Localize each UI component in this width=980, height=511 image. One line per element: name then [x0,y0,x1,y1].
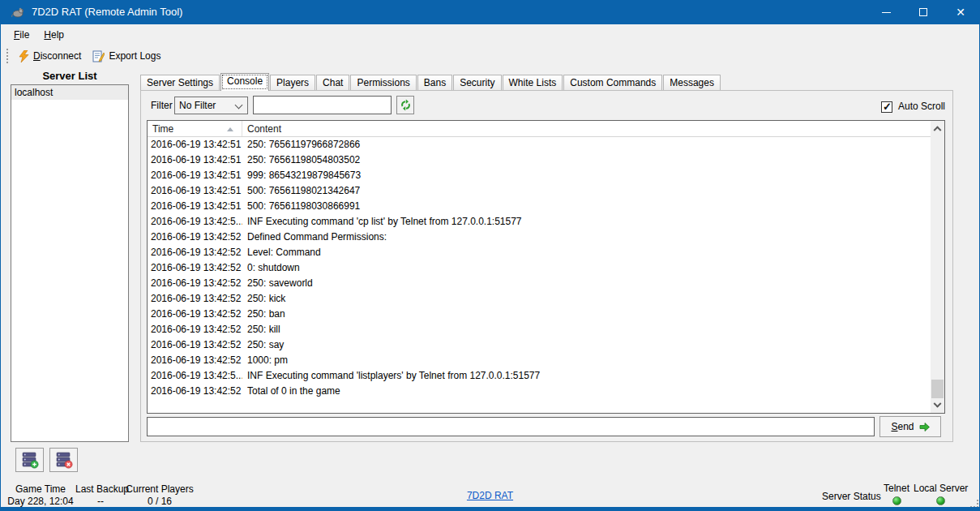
minimize-icon [882,12,891,13]
send-label: Send [891,421,914,432]
window-title: 7D2D RAT (Remote Admin Tool) [32,0,182,24]
scroll-up-button[interactable] [931,121,944,135]
server-list[interactable]: localhost [11,84,129,442]
chevron-up-icon [934,126,942,134]
filter-input[interactable] [253,96,392,114]
tab-players[interactable]: Players [270,75,315,90]
app-link[interactable]: 7D2D RAT [467,490,513,501]
tab-bans[interactable]: Bans [417,75,452,90]
console-row[interactable]: 2016-06-19 13:42:52250: ban [148,307,944,322]
tab-strip: Server SettingsConsolePlayersChatPermiss… [140,75,721,90]
server-list-title: Server List [11,70,129,82]
console-row[interactable]: 2016-06-19 13:42:521000: pm [148,353,944,368]
menu-bar: File Help [2,24,978,45]
server-status-label: Server Status [822,491,881,502]
console-row[interactable]: 2016-06-19 13:42:5...INF Executing comma… [148,214,944,230]
console-row[interactable]: 2016-06-19 13:42:52250: kill [148,322,944,337]
lightning-icon [19,50,29,62]
console-row[interactable]: 2016-06-19 13:42:52Defined Command Permi… [148,230,944,245]
tab-chat[interactable]: Chat [316,75,349,90]
close-button[interactable]: ✕ [942,0,979,24]
disconnect-button[interactable]: Disconnect [13,46,87,66]
telnet-led-icon [892,496,901,505]
export-log-icon [92,50,105,62]
tab-white-lists[interactable]: White Lists [503,75,563,90]
send-arrow-icon [919,422,930,432]
chevron-down-icon [235,101,243,110]
console-scrollbar[interactable] [931,121,944,413]
command-input[interactable] [147,417,875,436]
telnet-status: Telnet [880,483,913,505]
app-window: 7D2D RAT (Remote Admin Tool) ✕ File Help… [0,0,980,511]
title-bar[interactable]: 7D2D RAT (Remote Admin Tool) ✕ [1,0,979,24]
telnet-label: Telnet [880,483,913,495]
scrollbar-thumb[interactable] [931,380,944,398]
tab-messages[interactable]: Messages [663,75,721,90]
console-row[interactable]: 2016-06-19 13:42:51500: 7656119802134264… [148,183,944,199]
send-button[interactable]: Send [879,416,941,437]
maximize-icon [919,8,927,16]
filter-label: Filter [151,95,173,116]
resize-grip[interactable] [967,496,975,505]
chevron-down-icon [934,400,942,408]
console-row[interactable]: 2016-06-19 13:42:52250: say [148,337,944,353]
console-row[interactable]: 2016-06-19 13:42:51999: 8654321987984567… [148,168,944,183]
local-server-label: Local Server [914,483,967,495]
console-row[interactable]: 2016-06-19 13:42:52Level: Command [148,245,944,260]
console-log-list: Time Content 2016-06-19 13:42:51250: 765… [147,120,945,414]
filter-dropdown[interactable]: No Filter [174,97,248,114]
disconnect-label: Disconnect [33,50,81,62]
toolbar-grip[interactable] [6,49,8,63]
console-row[interactable]: 2016-06-19 13:42:52250: kick [148,291,944,307]
console-table-header: Time Content [148,121,944,137]
auto-scroll-checkbox[interactable] [881,101,892,113]
menu-help[interactable]: Help [36,24,71,45]
local-server-status: Local Server [914,483,967,505]
toolbar: Disconnect Export Logs [2,45,978,67]
scroll-down-button[interactable] [931,399,944,413]
close-icon: ✕ [956,6,965,19]
local-server-led-icon [936,496,945,505]
add-server-button[interactable] [15,448,44,472]
column-header-content[interactable]: Content [242,121,944,136]
column-header-time[interactable]: Time [148,121,242,136]
console-row[interactable]: 2016-06-19 13:42:51250: 7656119805480350… [148,152,944,168]
tab-custom-commands[interactable]: Custom Commands [563,75,662,90]
add-server-icon [20,451,40,469]
server-list-item[interactable]: localhost [11,85,128,100]
menu-file[interactable]: File [6,24,36,45]
refresh-button[interactable] [396,96,414,114]
sort-asc-icon [227,127,233,131]
export-logs-button[interactable]: Export Logs [87,46,166,66]
tab-console[interactable]: Console [220,73,269,91]
window-border-bottom [1,507,979,511]
remove-server-button[interactable] [49,448,78,472]
console-row[interactable]: 2016-06-19 13:42:5...INF Executing comma… [148,368,944,384]
filter-dropdown-value: No Filter [179,100,216,111]
console-row[interactable]: 2016-06-19 13:42:52Total of 0 in the gam… [148,384,944,399]
tab-security[interactable]: Security [453,75,501,90]
console-row[interactable]: 2016-06-19 13:42:520: shutdown [148,260,944,276]
tab-server-settings[interactable]: Server Settings [140,75,220,90]
export-logs-label: Export Logs [109,50,160,62]
refresh-icon [400,99,412,111]
console-row[interactable]: 2016-06-19 13:42:52250: saveworld [148,276,944,291]
console-row[interactable]: 2016-06-19 13:42:51250: 7656119796687286… [148,137,944,152]
auto-scroll-label: Auto Scroll [898,96,945,117]
maximize-button[interactable] [905,0,942,24]
console-table-body: 2016-06-19 13:42:51250: 7656119796687286… [148,137,944,399]
minimize-button[interactable] [867,0,905,24]
console-row[interactable]: 2016-06-19 13:42:51500: 7656119803086699… [148,199,944,214]
remove-server-icon [54,451,74,469]
rat-icon [11,6,24,19]
tab-permissions[interactable]: Permissions [350,75,416,90]
